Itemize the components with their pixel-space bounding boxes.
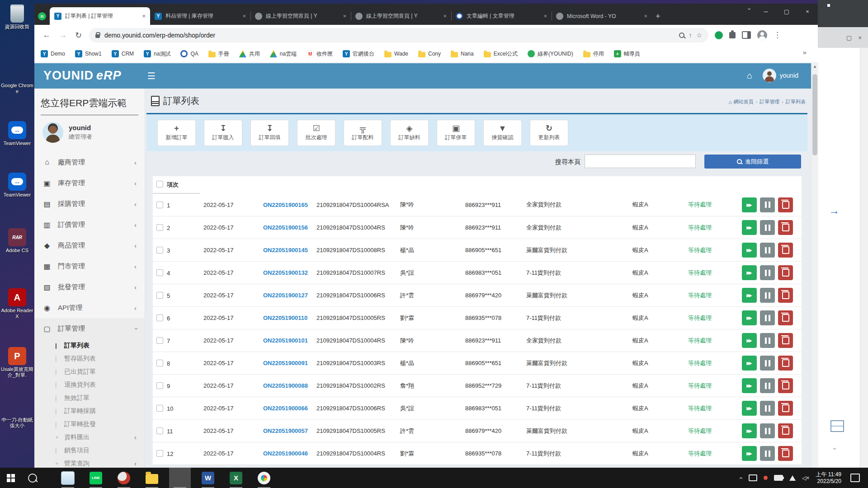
toolbar-button[interactable]: 更新列表 <box>530 120 568 146</box>
share-icon[interactable]: ↑ <box>689 32 692 39</box>
minimize-button[interactable]: ─ <box>755 8 776 15</box>
row-checkbox[interactable] <box>156 405 163 412</box>
tray-status-icon[interactable] <box>764 476 768 480</box>
toolbar-button[interactable]: 訂單回填 <box>250 120 289 146</box>
order-number-link[interactable]: ON22051900156 <box>263 224 308 231</box>
process-order-button[interactable] <box>742 356 757 371</box>
extensions-puzzle-icon[interactable] <box>729 32 736 38</box>
sidebar-submenu-item[interactable]: + 營業查詢 ‹ <box>34 457 145 468</box>
order-number-link[interactable]: ON22051900127 <box>263 292 308 299</box>
process-order-button[interactable] <box>742 446 757 461</box>
row-checkbox[interactable] <box>156 450 163 457</box>
process-order-button[interactable] <box>742 401 757 416</box>
process-order-button[interactable] <box>742 220 757 235</box>
order-number-link[interactable]: ON22051900145 <box>263 247 308 253</box>
bookmark-item[interactable]: 綠界(YOUNID) <box>528 50 573 58</box>
delete-order-button[interactable] <box>778 401 793 416</box>
notification-center-icon[interactable] <box>850 474 860 482</box>
taskbar-app[interactable] <box>57 468 79 488</box>
address-bar[interactable]: demo.younid.com/erp-demo/shop/order ↑ ☆ <box>89 28 708 42</box>
sidebar-submenu-item[interactable]: | 已出貨訂單 <box>34 365 145 378</box>
taskbar-app[interactable] <box>169 468 191 488</box>
tray-network-icon[interactable] <box>789 475 796 481</box>
process-order-button[interactable] <box>742 310 757 325</box>
hamburger-menu-icon[interactable]: ☰ <box>147 70 156 81</box>
process-order-button[interactable] <box>742 243 757 258</box>
back-button[interactable]: ← <box>42 30 51 40</box>
tray-battery-icon[interactable] <box>774 475 783 481</box>
hold-order-button[interactable] <box>760 356 775 371</box>
side-panel-icon[interactable] <box>742 31 751 39</box>
tab-close-icon[interactable]: × <box>543 13 547 19</box>
tab-close-icon[interactable]: × <box>142 13 146 19</box>
tab-close-icon[interactable]: × <box>644 13 647 19</box>
order-number-link[interactable]: ON22051900165 <box>263 202 308 208</box>
close-button[interactable]: × <box>797 8 818 15</box>
sidebar-submenu-item[interactable]: | 訂單轉批發 <box>34 418 145 431</box>
hold-order-button[interactable] <box>760 310 775 325</box>
sidebar-menu-item[interactable]: 訂價管理 ‹ <box>34 214 145 235</box>
delete-order-button[interactable] <box>778 197 793 212</box>
search-input[interactable] <box>585 155 696 168</box>
desktop-icon[interactable]: TeamViewer <box>0 121 34 146</box>
sidebar-menu-item[interactable]: 門市管理 ‹ <box>34 256 145 277</box>
sidebar-menu-item[interactable]: 批發管理 ‹ <box>34 277 145 297</box>
scrollbar-thumb[interactable] <box>812 74 817 155</box>
url-text[interactable]: demo.younid.com/erp-demo/shop/order <box>104 32 674 39</box>
hold-order-button[interactable] <box>760 378 775 393</box>
bookmark-item[interactable]: 手冊 <box>208 50 229 58</box>
bookmark-item[interactable]: Excel公式 <box>484 50 518 58</box>
toolbar-button[interactable]: 訂單匯入 <box>204 120 242 146</box>
header-user[interactable]: younid <box>763 69 798 82</box>
delete-order-button[interactable] <box>778 356 793 371</box>
toolbar-button[interactable]: 訂單缺料 <box>390 120 429 146</box>
sidebar-submenu-item[interactable]: | 退換貨列表 <box>34 378 145 391</box>
background-window-scrollbar[interactable] <box>860 48 868 468</box>
scroll-up-arrow[interactable]: ▲ <box>813 64 817 69</box>
process-order-button[interactable] <box>742 423 757 438</box>
process-order-button[interactable] <box>742 378 757 393</box>
sidebar-submenu-item[interactable]: | 訂單轉採購 <box>34 404 145 418</box>
taskbar-app[interactable] <box>85 468 107 488</box>
home-icon[interactable]: ⌂ <box>747 70 752 81</box>
hold-order-button[interactable] <box>760 423 775 438</box>
taskbar-app[interactable] <box>253 468 275 488</box>
bookmark-item[interactable]: 停用 <box>583 50 604 58</box>
bookmark-item[interactable]: Show1 <box>75 50 102 57</box>
bookmark-star-icon[interactable]: ☆ <box>697 32 703 39</box>
row-checkbox[interactable] <box>156 202 163 208</box>
taskbar-app[interactable] <box>225 468 247 488</box>
sidebar-menu-item[interactable]: API管理 ‹ <box>34 297 145 318</box>
process-order-button[interactable] <box>742 333 757 348</box>
bookmark-item[interactable]: QA <box>180 50 198 57</box>
breadcrumb-item[interactable]: 網站首頁 <box>734 99 754 105</box>
process-order-button[interactable] <box>742 288 757 303</box>
sidebar-menu-item-order-management[interactable]: 訂單管理 ‹ <box>34 318 145 339</box>
tab-close-icon[interactable]: × <box>343 13 346 19</box>
breadcrumb-item[interactable]: 訂單列表 <box>779 99 806 105</box>
bookmark-item[interactable]: Cony <box>418 51 441 57</box>
order-number-link[interactable]: ON22051900110 <box>263 314 307 321</box>
desktop-icon[interactable]: TeamViewer <box>0 173 34 198</box>
hold-order-button[interactable] <box>760 220 775 235</box>
tab-close-icon[interactable]: × <box>242 13 246 19</box>
row-checkbox[interactable] <box>156 314 163 321</box>
delete-order-button[interactable] <box>778 220 793 235</box>
bookmark-item[interactable]: 收件匣 <box>307 50 333 58</box>
toolbar-button[interactable]: 新增訂單 <box>157 120 196 146</box>
breadcrumb-item[interactable]: 訂單管理 <box>754 99 780 105</box>
desktop-icon[interactable]: Adobe Reader X <box>0 288 34 319</box>
bookmark-item[interactable]: na雲端 <box>270 50 297 58</box>
tab-close-icon[interactable]: × <box>443 13 447 19</box>
order-number-link[interactable]: ON22051900132 <box>263 269 308 276</box>
delete-order-button[interactable] <box>778 423 793 438</box>
delete-order-button[interactable] <box>778 243 793 258</box>
browser-scrollbar[interactable]: ▲ <box>811 62 818 468</box>
taskbar-app[interactable] <box>141 468 163 488</box>
maximize-icon[interactable]: ▢ <box>846 34 852 41</box>
bookmark-item[interactable]: Wade <box>384 51 408 57</box>
row-checkbox[interactable] <box>156 382 163 389</box>
bookmark-item[interactable]: 官網後台 <box>343 50 374 58</box>
hold-order-button[interactable] <box>760 446 775 461</box>
row-checkbox[interactable] <box>156 247 163 253</box>
